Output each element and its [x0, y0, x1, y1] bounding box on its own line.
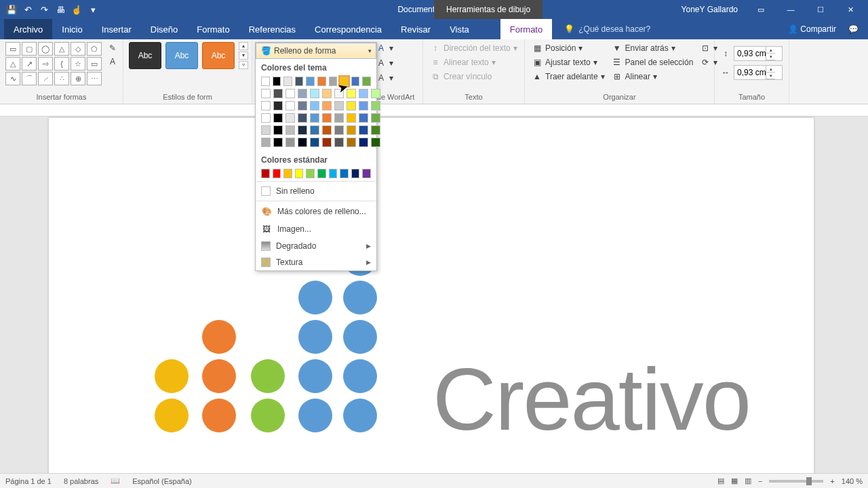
theme-color-swatch[interactable]	[261, 77, 270, 86]
shape-circle[interactable]	[202, 359, 236, 393]
tab-mail[interactable]: Correspondencia	[305, 19, 391, 39]
touch-icon[interactable]: ☝	[69, 2, 84, 17]
theme-color-swatch[interactable]	[306, 77, 315, 86]
theme-shade-swatch[interactable]	[285, 125, 295, 135]
minimize-icon[interactable]: —	[777, 0, 804, 19]
page-status[interactable]: Página 1 de 1	[5, 477, 52, 485]
zoom-level[interactable]: 140 %	[842, 477, 863, 485]
width-input[interactable]: ▴▾	[734, 65, 783, 80]
tab-insert[interactable]: Insertar	[92, 19, 141, 39]
shape-circle[interactable]	[298, 320, 332, 354]
theme-shade-swatch[interactable]	[310, 138, 319, 147]
bring-forward-button[interactable]: ▲Traer adelante ▾	[530, 70, 606, 83]
view-web-icon[interactable]: ▥	[745, 476, 751, 485]
theme-shade-swatch[interactable]	[334, 113, 344, 123]
theme-shade-swatch[interactable]	[334, 138, 344, 147]
zoom-out-icon[interactable]: −	[758, 477, 762, 485]
shape-style-gallery[interactable]: Abc Abc Abc ▴▾▿	[129, 42, 248, 69]
tab-format-page[interactable]: Formato	[187, 19, 239, 39]
theme-color-swatch[interactable]	[362, 77, 371, 86]
theme-shade-swatch[interactable]	[273, 113, 283, 123]
theme-shade-swatch[interactable]	[261, 138, 271, 147]
shape-circle[interactable]	[298, 399, 332, 432]
selection-pane-button[interactable]: ☰Panel de selección	[610, 56, 695, 68]
standard-color-swatch[interactable]	[283, 169, 292, 178]
theme-color-swatch[interactable]	[340, 77, 349, 86]
theme-shade-swatch[interactable]	[347, 138, 356, 147]
theme-shade-swatch[interactable]	[371, 138, 380, 147]
language-status[interactable]: Español (España)	[132, 477, 191, 485]
standard-color-swatch[interactable]	[317, 169, 326, 178]
shape-circle[interactable]	[155, 359, 189, 393]
shape-circle[interactable]	[343, 320, 377, 354]
horizontal-ruler[interactable]	[0, 104, 868, 117]
qat-more-icon[interactable]: ▾	[85, 2, 100, 17]
shape-circle[interactable]	[343, 399, 377, 432]
close-icon[interactable]: ✕	[837, 0, 864, 19]
theme-shade-swatch[interactable]	[359, 125, 368, 135]
user-name[interactable]: YoneY Gallardo	[682, 5, 738, 14]
theme-shade-swatch[interactable]	[273, 101, 283, 110]
word-count[interactable]: 8 palabras	[64, 477, 98, 485]
maximize-icon[interactable]: ☐	[807, 0, 834, 19]
theme-shade-swatch[interactable]	[359, 101, 368, 110]
shape-fill-button[interactable]: 🪣 Relleno de forma ▾	[256, 43, 376, 59]
theme-shade-swatch[interactable]	[371, 101, 380, 110]
theme-shade-swatch[interactable]	[310, 113, 319, 123]
gradient-item[interactable]: Degradado ▶	[256, 238, 376, 254]
theme-shade-swatch[interactable]	[273, 138, 283, 147]
wrap-text-button[interactable]: ▣Ajustar texto ▾	[530, 56, 606, 68]
comments-icon[interactable]: 💬	[848, 24, 859, 34]
tell-me-search[interactable]: 💡 ¿Qué desea hacer?	[564, 19, 650, 39]
standard-color-swatch[interactable]	[362, 169, 371, 178]
texture-item[interactable]: Textura ▶	[256, 254, 376, 270]
theme-shade-swatch[interactable]	[298, 89, 307, 98]
theme-shade-swatch[interactable]	[322, 113, 332, 123]
standard-color-swatch[interactable]	[261, 169, 270, 178]
shapes-gallery[interactable]: ▭▢◯△◇⬠ △↗⇨{☆▭ ∿⌒⟋∴⊕⋯	[5, 42, 102, 85]
tab-references[interactable]: Referencias	[239, 19, 305, 39]
shape-circle[interactable]	[298, 359, 332, 393]
more-colors-item[interactable]: 🎨 Más colores de relleno...	[256, 203, 376, 220]
edit-shape-button[interactable]: ✎	[106, 42, 119, 54]
standard-color-swatch[interactable]	[295, 169, 304, 178]
style-swatch-3[interactable]: Abc	[202, 42, 235, 69]
picture-fill-item[interactable]: 🖼 Imagen...	[256, 220, 376, 238]
height-input[interactable]: ▴▾	[734, 46, 783, 61]
tab-home[interactable]: Inicio	[52, 19, 92, 39]
standard-color-swatch[interactable]	[273, 169, 281, 178]
gallery-up-icon[interactable]: ▴	[239, 42, 248, 50]
shape-circle[interactable]	[298, 281, 332, 314]
standard-color-swatch[interactable]	[306, 169, 315, 178]
text-outline-button[interactable]: A▾	[374, 57, 395, 69]
theme-shade-swatch[interactable]	[334, 89, 344, 98]
gallery-down-icon[interactable]: ▾	[239, 52, 248, 60]
view-read-icon[interactable]: ▤	[717, 476, 724, 485]
theme-shade-swatch[interactable]	[285, 113, 295, 123]
standard-color-swatch[interactable]	[351, 169, 360, 178]
zoom-in-icon[interactable]: +	[830, 477, 834, 485]
theme-shade-swatch[interactable]	[310, 89, 319, 98]
shape-circle[interactable]	[202, 320, 236, 354]
theme-shade-swatch[interactable]	[322, 101, 332, 110]
theme-color-swatch[interactable]	[273, 77, 281, 86]
shape-circle[interactable]	[343, 281, 377, 314]
share-button[interactable]: 👤 Compartir	[788, 24, 836, 34]
redo-icon[interactable]: ↷	[37, 2, 52, 17]
theme-shade-swatch[interactable]	[298, 101, 307, 110]
tab-file[interactable]: Archivo	[4, 19, 52, 39]
theme-shade-swatch[interactable]	[273, 125, 283, 135]
theme-shade-swatch[interactable]	[298, 113, 307, 123]
text-effects-button[interactable]: A▾	[374, 72, 395, 84]
text-fill-button[interactable]: A▾	[374, 42, 395, 54]
theme-shade-swatch[interactable]	[334, 125, 344, 135]
theme-shade-swatch[interactable]	[285, 89, 295, 98]
standard-color-swatch[interactable]	[340, 169, 349, 178]
theme-shade-swatch[interactable]	[371, 89, 380, 98]
view-print-icon[interactable]: ▦	[731, 476, 738, 485]
theme-shade-swatch[interactable]	[347, 89, 356, 98]
theme-shade-swatch[interactable]	[347, 101, 356, 110]
proofing-icon[interactable]: 📖	[111, 476, 120, 485]
style-swatch-1[interactable]: Abc	[129, 42, 161, 69]
creativo-text[interactable]: Creativo	[433, 348, 750, 450]
